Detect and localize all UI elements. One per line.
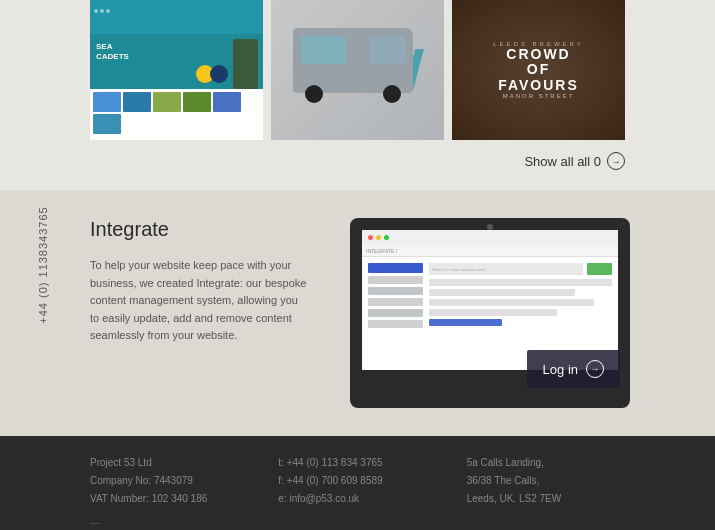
footer-tel: t: +44 (0) 113 834 3765 <box>278 454 436 472</box>
footer-col-1: Project 53 Ltd Company No: 7443079 VAT N… <box>90 454 248 530</box>
integrate-laptop-mockup: INTEGRATE / <box>350 218 630 408</box>
laptop-row-3 <box>429 299 594 306</box>
integrate-description: To help your website keep pace with your… <box>90 257 310 345</box>
show-all-arrow-icon: → <box>607 152 625 170</box>
footer-address3: Leeds, UK. LS2 7EW <box>467 490 625 508</box>
fullscreen-dot <box>384 235 389 240</box>
sidebar-block-4 <box>368 309 423 317</box>
sidebar-block-1 <box>368 276 423 284</box>
laptop-search-bar: Search or enter website name <box>429 263 583 275</box>
sidebar-block-3 <box>368 298 423 306</box>
sidebar-block-primary <box>368 263 423 273</box>
show-all-row: Show all all 0 → <box>0 152 715 170</box>
laptop-frame: INTEGRATE / <box>350 218 630 408</box>
portfolio-item-van[interactable]: W <box>271 0 444 140</box>
show-all-link[interactable]: Show all all 0 → <box>524 152 625 170</box>
laptop-row-2 <box>429 289 575 296</box>
footer-vat: VAT Number: 102 340 186 <box>90 490 248 508</box>
laptop-row-4 <box>429 309 557 316</box>
footer-email: e: info@p53.co.uk <box>278 490 436 508</box>
laptop-row-1 <box>429 279 612 286</box>
laptop-screen: INTEGRATE / <box>362 230 618 370</box>
integrate-section: Integrate To help your website keep pace… <box>0 190 715 436</box>
laptop-main-content: Search or enter website name <box>429 263 612 328</box>
footer-company-no: Company No: 7443079 <box>90 472 248 490</box>
footer-address1: 5a Calls Landing, <box>467 454 625 472</box>
login-box[interactable]: Log in → <box>527 350 620 388</box>
laptop-top-row: Search or enter website name <box>429 263 612 275</box>
login-arrow-icon: → <box>586 360 604 378</box>
footer-fax: f: +44 (0) 700 609 8589 <box>278 472 436 490</box>
laptop-save-button <box>587 263 612 275</box>
laptop-nav-bar: INTEGRATE / <box>362 245 618 257</box>
portfolio-item-crowd[interactable]: LEEDS BREWERY CROWDOFFAVOURS MANOR STREE… <box>452 0 625 140</box>
laptop-sidebar <box>368 263 423 328</box>
footer-col-3: 5a Calls Landing, 36/38 The Calls, Leeds… <box>467 454 625 508</box>
portfolio-item-sea-cadets[interactable]: SEACADETS <box>90 0 263 140</box>
show-all-text: Show all all 0 <box>524 154 601 169</box>
laptop-traffic-lights <box>362 230 618 245</box>
footer-section: Project 53 Ltd Company No: 7443079 VAT N… <box>0 436 715 530</box>
integrate-text-block: Integrate To help your website keep pace… <box>90 218 310 345</box>
footer-company: Project 53 Ltd <box>90 454 248 472</box>
sidebar-block-5 <box>368 320 423 328</box>
laptop-content-rows <box>429 279 612 326</box>
portfolio-row: SEACADETS <box>0 0 715 140</box>
sidebar-block-2 <box>368 287 423 295</box>
portfolio-section: SEACADETS <box>0 0 715 190</box>
login-label: Log in <box>543 362 578 377</box>
laptop-row-5 <box>429 319 502 326</box>
minimize-dot <box>376 235 381 240</box>
footer-col-2: t: +44 (0) 113 834 3765 f: +44 (0) 700 6… <box>278 454 436 508</box>
close-dot <box>368 235 373 240</box>
laptop-content-area: Search or enter website name <box>362 257 618 334</box>
integrate-title: Integrate <box>90 218 310 241</box>
footer-address2: 36/38 The Calls, <box>467 472 625 490</box>
